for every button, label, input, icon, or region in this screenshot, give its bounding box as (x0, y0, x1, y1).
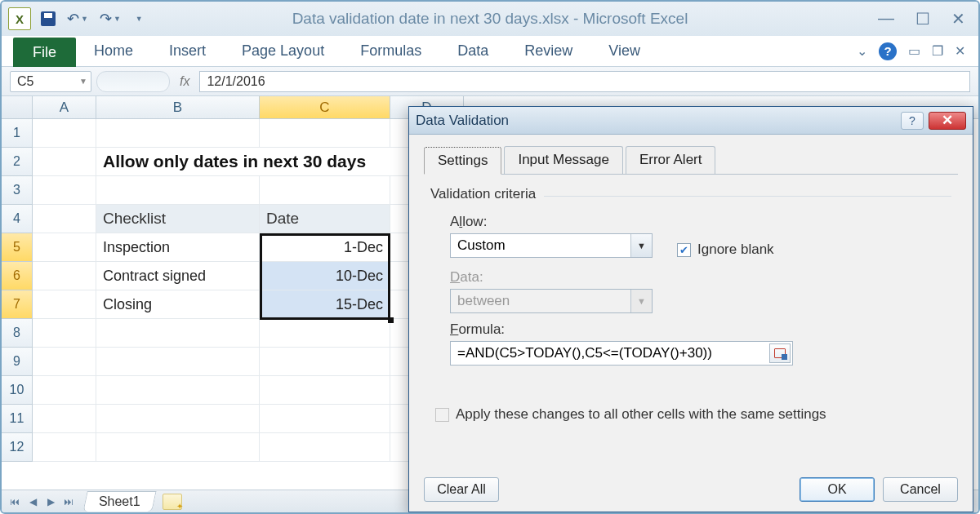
qat-customize-icon[interactable]: ▼ (136, 15, 143, 23)
cell[interactable]: 1-Dec (260, 233, 390, 262)
row-header-6[interactable]: 6 (2, 262, 33, 290)
cell[interactable]: 15-Dec (260, 290, 390, 319)
col-header-B[interactable]: B (96, 96, 260, 118)
select-all-corner[interactable] (2, 96, 33, 118)
cell[interactable] (33, 176, 96, 205)
ok-button[interactable]: OK (800, 477, 875, 502)
fx-label[interactable]: fx (180, 74, 189, 89)
fill-handle[interactable] (388, 317, 394, 323)
clear-all-button[interactable]: Clear All (424, 477, 499, 502)
cell[interactable] (96, 348, 260, 376)
cell[interactable]: Date (260, 205, 390, 233)
chevron-down-icon: ▼ (630, 234, 652, 257)
tab-formulas[interactable]: Formulas (342, 36, 439, 66)
range-selector-button[interactable] (769, 343, 791, 363)
cell[interactable] (33, 433, 96, 462)
row-header-11[interactable]: 11 (2, 405, 33, 433)
help-icon[interactable]: ? (879, 42, 897, 60)
apply-all-checkbox (435, 408, 449, 422)
row-header-5[interactable]: 5 (2, 233, 33, 262)
tab-data[interactable]: Data (439, 36, 506, 66)
cell[interactable] (33, 290, 96, 319)
cell[interactable] (33, 119, 96, 148)
cell[interactable] (33, 348, 96, 376)
cell[interactable] (96, 176, 260, 205)
sheet-nav-next-icon[interactable]: ▶ (42, 494, 59, 510)
cell[interactable] (96, 376, 260, 405)
name-box[interactable]: C5 ▼ (10, 71, 91, 92)
redo-button[interactable]: ↷▼ (100, 10, 121, 28)
cell[interactable] (33, 319, 96, 348)
formula-input[interactable]: =AND(C5>TODAY(),C5<=(TODAY()+30)) (450, 341, 793, 366)
undo-button[interactable]: ↶▼ (67, 10, 88, 28)
cell[interactable]: 10-Dec (260, 262, 390, 290)
dialog-help-button[interactable]: ? (901, 112, 924, 130)
col-header-C[interactable]: C (260, 96, 390, 118)
cell[interactable] (33, 376, 96, 405)
worksheet-heading: Allow only dates in next 30 days (103, 152, 366, 171)
tab-view[interactable]: View (590, 36, 658, 66)
ribbon-minimize-icon[interactable]: ⌄ (857, 43, 867, 59)
formula-bar-input[interactable]: 12/1/2016 (199, 71, 970, 92)
tab-page-layout[interactable]: Page Layout (224, 36, 342, 66)
row-header-9[interactable]: 9 (2, 348, 33, 376)
cell[interactable] (33, 233, 96, 262)
row-header-3[interactable]: 3 (2, 176, 33, 205)
cell[interactable] (96, 433, 260, 462)
cell[interactable] (260, 176, 390, 205)
tab-settings[interactable]: Settings (424, 147, 501, 175)
cell[interactable]: Inspection (96, 233, 260, 262)
cell[interactable] (33, 405, 96, 433)
sheet-nav-prev-icon[interactable]: ◀ (24, 494, 41, 510)
row-header-12[interactable]: 12 (2, 433, 33, 462)
new-sheet-button[interactable] (163, 494, 182, 510)
file-tab[interactable]: File (13, 38, 76, 67)
workbook-restore-icon[interactable]: ❐ (932, 43, 943, 59)
sheet-nav-last-icon[interactable]: ⏭ (60, 494, 77, 510)
maximize-icon[interactable]: ☐ (915, 9, 930, 29)
row-header-2[interactable]: 2 (2, 148, 33, 176)
cell[interactable] (33, 205, 96, 233)
name-box-value: C5 (17, 74, 33, 89)
cell[interactable] (260, 433, 390, 462)
sheet-nav-first-icon[interactable]: ⏮ (7, 494, 23, 510)
name-box-dropdown-icon[interactable]: ▼ (79, 77, 87, 86)
row-header-7[interactable]: 7 (2, 290, 33, 319)
cell[interactable] (260, 376, 390, 405)
row-header-4[interactable]: 4 (2, 205, 33, 233)
dialog-title-bar[interactable]: Data Validation ? ✕ (409, 107, 973, 135)
row-header-1[interactable]: 1 (2, 119, 33, 148)
cell[interactable] (260, 405, 390, 433)
close-icon[interactable]: ✕ (951, 9, 965, 29)
cell[interactable] (33, 148, 96, 176)
cell[interactable]: Closing (96, 290, 260, 319)
row-header-8[interactable]: 8 (2, 319, 33, 348)
cell[interactable] (96, 119, 260, 148)
cancel-button[interactable]: Cancel (883, 477, 958, 502)
ignore-blank-checkbox[interactable]: ✔ (677, 243, 691, 257)
cell[interactable] (260, 119, 390, 148)
cell[interactable] (96, 405, 260, 433)
cell[interactable] (33, 262, 96, 290)
tab-home[interactable]: Home (76, 36, 151, 66)
cell[interactable] (96, 319, 260, 348)
cell[interactable]: Contract signed (96, 262, 260, 290)
allow-select[interactable]: Custom ▼ (450, 233, 653, 258)
workbook-minimize-icon[interactable]: ▭ (908, 43, 920, 59)
col-header-A[interactable]: A (33, 96, 96, 118)
workbook-close-icon[interactable]: ✕ (955, 43, 965, 59)
tab-input-message[interactable]: Input Message (504, 146, 623, 174)
save-icon[interactable] (41, 11, 56, 26)
dialog-close-button[interactable]: ✕ (929, 112, 966, 130)
app-window: X ↶▼ ↷▼ ▼ Data validation date in next 3… (0, 0, 980, 514)
minimize-icon[interactable]: — (878, 9, 894, 29)
tab-insert[interactable]: Insert (151, 36, 224, 66)
cell[interactable]: Checklist (96, 205, 260, 233)
row-header-10[interactable]: 10 (2, 376, 33, 405)
tab-error-alert[interactable]: Error Alert (626, 146, 716, 174)
cell[interactable] (260, 319, 390, 348)
sheet-tab-1[interactable]: Sheet1 (82, 491, 156, 512)
cell[interactable] (260, 348, 390, 376)
tab-review[interactable]: Review (506, 36, 590, 66)
allow-value: Custom (457, 237, 506, 254)
